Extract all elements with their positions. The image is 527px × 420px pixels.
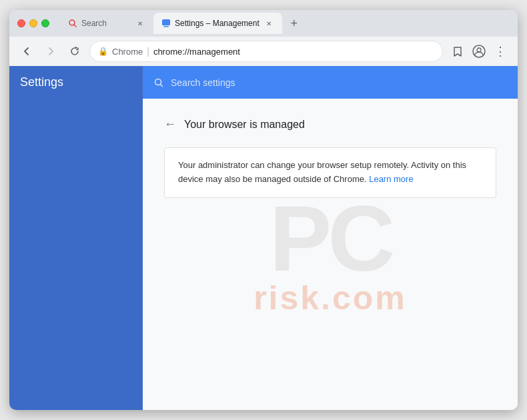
traffic-lights <box>17 19 49 27</box>
back-arrow-button[interactable]: ← <box>164 117 176 131</box>
svg-line-1 <box>74 25 76 27</box>
settings-search-input[interactable] <box>171 77 507 88</box>
learn-more-link[interactable]: Learn more <box>369 174 413 184</box>
svg-rect-2 <box>162 19 170 25</box>
search-icon <box>153 77 164 88</box>
management-info-text: Your administrator can change your brows… <box>178 160 466 184</box>
host-label: Chrome <box>112 47 143 57</box>
title-bar: Search ✕ Settings – Management ✕ + <box>9 10 518 37</box>
management-header: ← Your browser is managed <box>164 117 496 131</box>
settings-title: Settings <box>20 75 63 89</box>
management-page-title: Your browser is managed <box>184 119 305 131</box>
forward-button[interactable] <box>41 42 60 61</box>
back-button[interactable] <box>17 42 36 61</box>
browser-window: Search ✕ Settings – Management ✕ + <box>9 10 518 410</box>
sidebar-title-area: Settings <box>9 66 143 99</box>
bookmark-button[interactable] <box>448 42 467 61</box>
settings-sidebar <box>9 99 143 410</box>
watermark-pc-text: PC <box>270 192 391 285</box>
svg-rect-3 <box>163 26 169 27</box>
menu-button[interactable]: ⋮ <box>491 42 510 61</box>
tab-search-close[interactable]: ✕ <box>135 18 145 29</box>
tab-search-title: Search <box>81 19 131 28</box>
svg-point-5 <box>477 48 481 52</box>
management-info-card: Your administrator can change your brows… <box>164 147 496 198</box>
settings-header-bar: Settings <box>9 66 518 99</box>
search-bar-area <box>143 71 518 95</box>
tab-management-close[interactable]: ✕ <box>264 18 274 29</box>
minimize-button[interactable] <box>29 19 37 27</box>
new-tab-button[interactable]: + <box>285 14 304 33</box>
address-url[interactable]: chrome://management <box>153 47 434 57</box>
address-divider: | <box>147 46 149 57</box>
tab-management-title: Settings – Management <box>175 19 259 28</box>
tab-management-icon <box>161 19 171 28</box>
maximize-button[interactable] <box>41 19 49 27</box>
watermark-risk-text: risk.com <box>253 279 407 317</box>
tab-search-icon <box>68 19 77 28</box>
settings-main-content: PC risk.com ← Your browser is managed Yo… <box>143 99 518 410</box>
security-icon: 🔒 <box>98 47 108 56</box>
close-button[interactable] <box>17 19 25 27</box>
nav-actions: ⋮ <box>448 42 510 61</box>
svg-line-7 <box>161 84 163 86</box>
settings-page: Settings PC risk.com <box>9 66 518 410</box>
nav-bar: 🔒 Chrome | chrome://management ⋮ <box>9 37 518 66</box>
address-bar[interactable]: 🔒 Chrome | chrome://management <box>89 41 443 62</box>
tab-management[interactable]: Settings – Management ✕ <box>153 13 282 34</box>
settings-body: PC risk.com ← Your browser is managed Yo… <box>9 99 518 410</box>
reload-button[interactable] <box>65 42 84 61</box>
account-button[interactable] <box>470 42 488 61</box>
tab-search[interactable]: Search ✕ <box>60 13 153 34</box>
content-block: ← Your browser is managed Your administr… <box>164 117 496 198</box>
